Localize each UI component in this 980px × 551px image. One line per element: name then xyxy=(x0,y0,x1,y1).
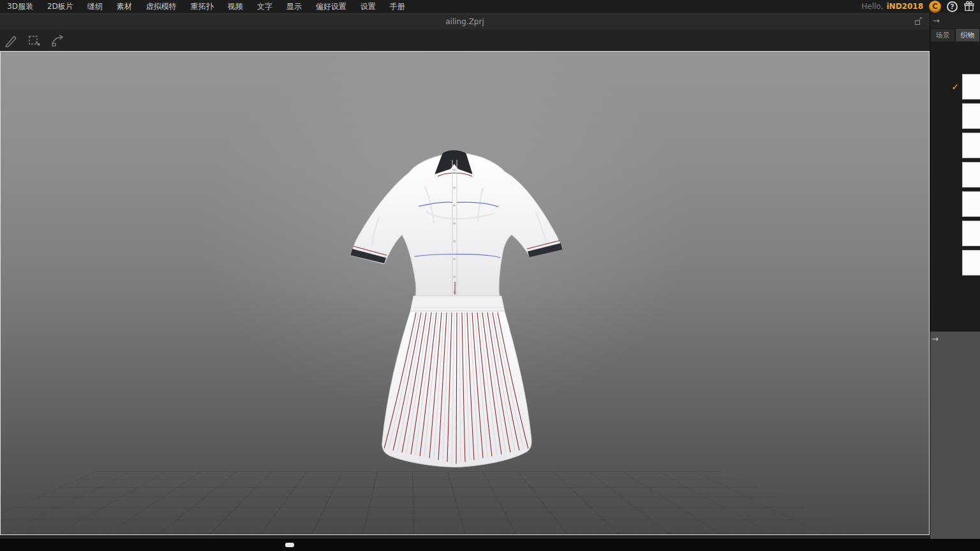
float-window-icon[interactable]: ↗ xyxy=(915,18,922,25)
fabric-thumbnail[interactable] xyxy=(962,74,980,99)
menu-item-3[interactable]: 素材 xyxy=(110,0,139,13)
fabric-swatch-row-4[interactable] xyxy=(930,189,980,219)
panel-lower-area: → xyxy=(930,332,980,539)
transform-box-tool-icon[interactable] xyxy=(27,33,42,48)
menu-item-10[interactable]: 设置 xyxy=(353,0,383,13)
menu-item-7[interactable]: 文字 xyxy=(250,0,279,13)
menubar-right: Hello, iND2018 C ? xyxy=(861,1,975,13)
document-title: ailing.Zprj xyxy=(445,17,484,26)
viewport-column: ailing.Zprj ↗ xyxy=(0,13,930,539)
fabric-swatch-row-6[interactable] xyxy=(930,248,980,277)
viewport-toolbar xyxy=(0,29,930,51)
garment-model xyxy=(1,52,929,534)
object-browser-panel: → 场景 织物 ✓ → xyxy=(930,13,980,539)
fabric-swatch-row-2[interactable] xyxy=(930,131,980,160)
menu-item-4[interactable]: 虚拟模特 xyxy=(139,0,184,13)
coin-icon[interactable]: C xyxy=(929,1,941,13)
fabric-thumbnail[interactable] xyxy=(962,162,980,187)
help-icon[interactable]: ? xyxy=(947,1,958,12)
check-icon: ✓ xyxy=(951,82,959,92)
fabric-thumbnail[interactable] xyxy=(962,191,980,217)
document-tab-bar: ailing.Zprj ↗ xyxy=(0,13,930,29)
menu-item-2[interactable]: 缝纫 xyxy=(80,0,110,13)
menu-bar: 3D服装2D板片缝纫素材虚拟模特重拓扑视频文字显示偏好设置设置手册 Hello,… xyxy=(0,0,980,13)
fabric-thumbnail[interactable] xyxy=(962,103,980,129)
fabric-thumbnail[interactable] xyxy=(962,250,980,276)
panel-lower-collapse-arrow-icon[interactable]: → xyxy=(930,332,939,343)
menu-item-11[interactable]: 手册 xyxy=(383,0,412,13)
fabric-swatch-list: ✓ xyxy=(930,41,980,332)
tab-scene[interactable]: 场景 xyxy=(930,28,955,41)
main-row: ailing.Zprj ↗ xyxy=(0,13,980,539)
fabric-swatch-row-3[interactable] xyxy=(930,160,980,189)
edit-sewing-tool-icon[interactable] xyxy=(50,33,65,48)
tab-fabric[interactable]: 织物 xyxy=(955,28,980,41)
menu-items: 3D服装2D板片缝纫素材虚拟模特重拓扑视频文字显示偏好设置设置手册 xyxy=(0,0,412,13)
menu-item-5[interactable]: 重拓扑 xyxy=(184,0,221,13)
fabric-swatch-row-5[interactable] xyxy=(930,219,980,248)
fabric-swatch-row-1[interactable] xyxy=(930,101,980,131)
fabric-thumbnail[interactable] xyxy=(962,133,980,158)
greeting-label: Hello, xyxy=(861,2,883,11)
menu-item-0[interactable]: 3D服装 xyxy=(0,0,40,13)
scrollbar-thumb[interactable] xyxy=(285,543,294,547)
application-window: 3D服装2D板片缝纫素材虚拟模特重拓扑视频文字显示偏好设置设置手册 Hello,… xyxy=(0,0,980,551)
menu-item-6[interactable]: 视频 xyxy=(221,0,250,13)
panel-header: → xyxy=(930,13,980,28)
panel-tabs: 场景 织物 xyxy=(930,28,980,41)
fabric-thumbnail[interactable] xyxy=(962,221,980,246)
menu-item-8[interactable]: 显示 xyxy=(279,0,309,13)
menu-item-9[interactable]: 偏好设置 xyxy=(309,0,353,13)
waistband xyxy=(410,296,505,311)
menu-item-1[interactable]: 2D板片 xyxy=(40,0,80,13)
panel-collapse-arrow-icon[interactable]: → xyxy=(932,17,941,25)
fabric-swatch-row-0[interactable]: ✓ xyxy=(930,72,980,101)
viewport-3d[interactable] xyxy=(0,51,930,535)
bottom-scrollbar[interactable] xyxy=(0,539,980,551)
pen-tool-icon[interactable] xyxy=(4,33,19,48)
username-label: iND2018 xyxy=(886,2,923,11)
gift-icon[interactable] xyxy=(963,1,975,12)
